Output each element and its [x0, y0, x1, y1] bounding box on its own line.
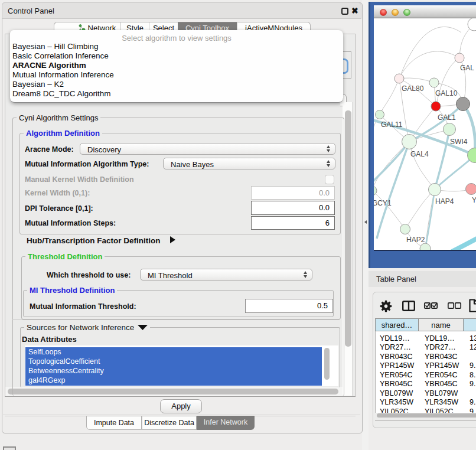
svg-text:GAL80: GAL80 [402, 84, 424, 93]
svg-text:GAL1: GAL1 [438, 113, 456, 122]
svg-text:GAL10: GAL10 [435, 89, 458, 97]
svg-text:HAP2: HAP2 [406, 236, 425, 244]
svg-text:Y: Y [472, 196, 476, 204]
svg-text:GAL4: GAL4 [410, 150, 429, 158]
svg-text:SWI4: SWI4 [450, 138, 468, 146]
svg-text:GCY1: GCY1 [374, 199, 392, 207]
svg-text:GAL11: GAL11 [381, 120, 403, 129]
svg-text:HAP4: HAP4 [435, 197, 454, 206]
svg-text:GAL: GAL [460, 64, 474, 72]
